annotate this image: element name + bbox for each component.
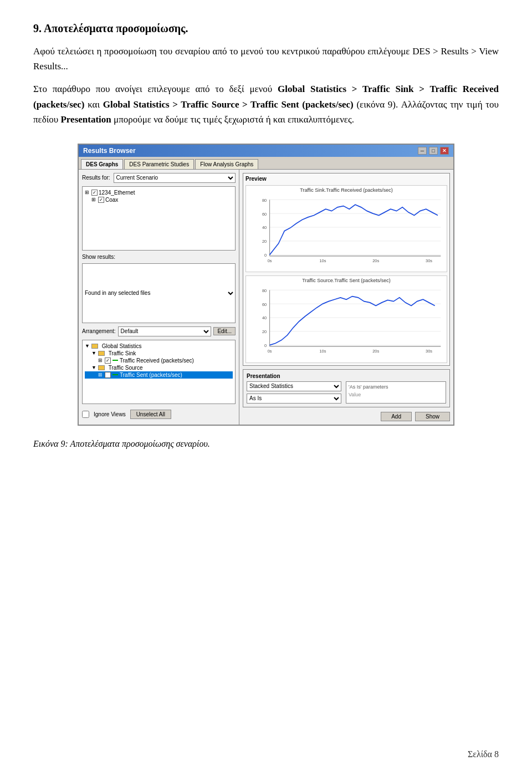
svg-text:0: 0 <box>264 343 267 348</box>
arrangement-select[interactable]: Default <box>118 326 212 336</box>
svg-text:80: 80 <box>262 197 267 202</box>
svg-text:40: 40 <box>262 316 267 321</box>
as-is-select[interactable]: As Is <box>247 394 341 404</box>
presentation-label: Presentation <box>247 373 446 379</box>
tree-item-coax[interactable]: ⊞ Coax <box>85 196 233 203</box>
window-title: Results Browser <box>83 147 136 155</box>
edit-button[interactable]: Edit... <box>213 327 236 335</box>
stacked-statistics-select[interactable]: Stacked Statistics <box>247 381 341 391</box>
svg-text:0s: 0s <box>268 349 272 354</box>
preview-box: Preview Traffic Sink.Traffic Received (p… <box>243 173 450 366</box>
sent-line-icon <box>112 372 119 377</box>
traffic-sink-label: Traffic Sink <box>109 350 136 356</box>
para2-end: μπορούμε να δούμε τις τιμές ξεχωριστά ή … <box>111 114 354 125</box>
received-line-icon <box>112 358 119 363</box>
traffic-sent-label: Traffic Sent (packets/sec) <box>120 372 182 378</box>
maximize-button[interactable]: □ <box>429 147 438 155</box>
paragraph-2: Στο παράθυρο που ανοίγει επιλεγουμε από … <box>33 81 499 127</box>
bottom-right-buttons: Add Show <box>243 411 450 421</box>
right-panel: Preview Traffic Sink.Traffic Received (p… <box>239 170 453 425</box>
titlebar: Results Browser ─ □ ✕ <box>79 145 453 157</box>
coax-label: Coax <box>105 197 118 203</box>
tab-des-graphs[interactable]: DES Graphs <box>81 159 123 169</box>
ethernet-label: 1234_Ethernet <box>99 190 135 196</box>
ignore-views-checkbox[interactable] <box>82 411 89 418</box>
results-for-select[interactable]: Current Scenario <box>114 173 236 183</box>
show-results-select[interactable]: Found in any selected files <box>82 263 236 323</box>
tab-bar: DES Graphs DES Parametric Studies Flow A… <box>79 157 453 170</box>
traffic-sink-expander: ▼ <box>91 350 97 356</box>
presentation-box: Presentation Stacked Statistics As Is <box>243 369 450 407</box>
presentation-inner: Stacked Statistics As Is 'As Is' paramet… <box>247 381 446 404</box>
para2-prefix: Στο παράθυρο που ανοίγει επιλεγουμε από … <box>33 84 278 94</box>
svg-text:20: 20 <box>262 239 267 244</box>
left-panel: Results for: Current Scenario ⊞ 1234_Eth… <box>79 170 239 425</box>
svg-text:20s: 20s <box>372 349 379 354</box>
sent-expander: ⊞ <box>98 372 104 377</box>
folder-icon-source <box>98 365 105 370</box>
para2-bold3: Presentation <box>60 114 111 125</box>
checkbox-sent[interactable] <box>105 372 111 378</box>
as-is-parameters-box: 'As Is' parameters Value <box>346 381 446 404</box>
chart-traffic-source: Traffic Source.Traffic Sent (packets/sec… <box>245 275 447 363</box>
svg-text:10s: 10s <box>319 349 326 354</box>
traffic-source-label: Traffic Source <box>109 365 143 371</box>
stats-traffic-sent[interactable]: ⊞ Traffic Sent (packets/sec) <box>85 371 233 379</box>
svg-text:30s: 30s <box>426 349 432 354</box>
stats-traffic-sink[interactable]: ▼ Traffic Sink <box>85 350 233 357</box>
chart1-svg: 80 60 40 20 0 0s 10s 20s 30s <box>246 193 447 269</box>
minimize-button[interactable]: ─ <box>418 147 427 155</box>
expander-icon: ⊞ <box>85 190 90 195</box>
svg-text:20s: 20s <box>372 258 379 263</box>
window-body: Results for: Current Scenario ⊞ 1234_Eth… <box>79 170 453 425</box>
presentation-left: Stacked Statistics As Is <box>247 381 341 404</box>
results-browser-window: Results Browser ─ □ ✕ DES Graphs DES Par… <box>78 144 454 426</box>
stats-traffic-source[interactable]: ▼ Traffic Source <box>85 364 233 371</box>
as-is-parameters-label: 'As Is' parameters <box>349 384 443 390</box>
add-button[interactable]: Add <box>381 412 412 421</box>
stats-tree[interactable]: ▼ Global Statistics ▼ Traffic Sink ⊞ <box>82 340 236 404</box>
bottom-left-row: Ignore Views Unselect All <box>82 407 236 421</box>
para2-bold2: Global Statistics > Traffic Source > Tra… <box>103 99 354 110</box>
charts-area: Traffic Sink.Traffic Received (packets/s… <box>245 185 447 363</box>
chart2-svg: 80 60 40 20 0 0s 10s 20s 30s <box>246 284 447 359</box>
show-button[interactable]: Show <box>415 412 450 421</box>
chart2-title: Traffic Source.Traffic Sent (packets/sec… <box>246 276 447 284</box>
results-for-row: Results for: Current Scenario <box>82 173 236 183</box>
svg-text:10s: 10s <box>319 258 326 263</box>
svg-text:40: 40 <box>262 225 267 230</box>
paragraph-1: Αφού τελειώσει η προσομοίωση του σεναρίο… <box>33 44 499 74</box>
unselect-all-button[interactable]: Unselect All <box>130 410 171 419</box>
results-browser-container: Results Browser ─ □ ✕ DES Graphs DES Par… <box>33 144 499 426</box>
folder-icon-sink <box>98 351 105 356</box>
global-stats-label: Global Statistics <box>102 343 142 349</box>
value-column-label: Value <box>349 392 443 397</box>
tree-item-ethernet[interactable]: ⊞ 1234_Ethernet <box>85 189 233 196</box>
page-footer: Σελίδα 8 <box>468 749 499 759</box>
checkbox-received[interactable] <box>105 358 111 364</box>
svg-text:60: 60 <box>262 302 267 307</box>
close-button[interactable]: ✕ <box>440 147 449 155</box>
checkbox-ethernet[interactable] <box>91 190 98 196</box>
tab-flow-analysis[interactable]: Flow Analysis Graphs <box>195 159 258 169</box>
checkbox-coax[interactable] <box>98 197 104 203</box>
preview-label: Preview <box>245 176 447 182</box>
ignore-views-label: Ignore Views <box>94 411 126 417</box>
titlebar-buttons: ─ □ ✕ <box>418 147 449 155</box>
traffic-source-expander: ▼ <box>91 365 97 370</box>
section-heading: 9. Αποτελέσματα προσομοίωσης. <box>33 22 499 35</box>
stats-global-statistics[interactable]: ▼ Global Statistics <box>85 343 233 350</box>
show-results-label: Show results: <box>82 254 115 260</box>
stats-traffic-received[interactable]: ⊞ Traffic Received (packets/sec) <box>85 357 233 364</box>
traffic-received-label: Traffic Received (packets/sec) <box>120 358 194 364</box>
chart-traffic-sink: Traffic Sink.Traffic Received (packets/s… <box>245 185 447 273</box>
arrangement-label: Arrangement: <box>82 328 116 334</box>
results-for-label: Results for: <box>82 175 110 181</box>
svg-text:0s: 0s <box>268 258 272 263</box>
para2-mid: και <box>85 99 103 110</box>
received-expander: ⊞ <box>98 358 104 363</box>
svg-text:80: 80 <box>262 288 267 293</box>
chart1-title: Traffic Sink.Traffic Received (packets/s… <box>246 186 447 193</box>
tab-des-parametric[interactable]: DES Parametric Studies <box>124 159 194 169</box>
files-tree[interactable]: ⊞ 1234_Ethernet ⊞ Coax <box>82 186 236 251</box>
